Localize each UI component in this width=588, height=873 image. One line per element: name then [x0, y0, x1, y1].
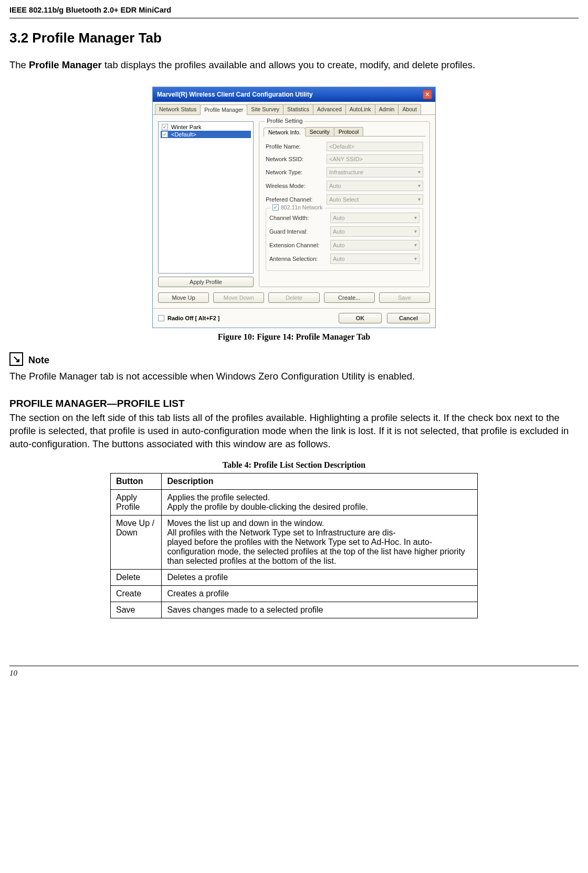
n-network-checkbox[interactable]: ✓ — [272, 204, 279, 211]
dialog-tab[interactable]: Admin — [375, 104, 399, 114]
network-ssid-label: Network SSID: — [266, 156, 323, 162]
dialog-tab[interactable]: Advanced — [313, 104, 346, 114]
profile-list[interactable]: ✓Winter Park✓<Default> — [158, 121, 254, 274]
note-label: Note — [28, 355, 49, 366]
network-ssid-field[interactable]: <ANY SSID> — [327, 154, 423, 164]
radio-off-label: Radio Off [ Alt+F2 ] — [167, 315, 220, 321]
extension-channel-label: Extension Channel: — [269, 242, 327, 248]
savebutton[interactable]: Save — [379, 292, 430, 303]
dialog-body: ✓Winter Park✓<Default> Apply Profile Pro… — [153, 115, 435, 308]
table-cell-description: Moves the list up and down in the window… — [162, 515, 478, 569]
chevron-down-icon: ▾ — [418, 169, 421, 175]
guard-interval-select[interactable]: Auto▾ — [330, 226, 419, 237]
preferred-channel-label: Prefered Channel: — [266, 196, 323, 203]
profile-setting-tab[interactable]: Security — [305, 127, 334, 136]
chevron-down-icon: ▾ — [414, 215, 417, 220]
profile-setting-tab[interactable]: Network Info. — [264, 128, 306, 136]
intro-a: The — [9, 59, 29, 70]
table-cell-button: Save — [111, 602, 162, 618]
apply-profile-button[interactable]: Apply Profile — [158, 277, 254, 287]
channel-width-label: Channel Width: — [269, 215, 327, 221]
dialog-footer: Radio Off [ Alt+F2 ] OK Cancel — [153, 308, 435, 328]
dialog-title: Marvell(R) Wireless Client Card Configur… — [157, 91, 313, 98]
table-cell-description: Creates a profile — [162, 585, 478, 602]
table-cell-description: Applies the profile selected. Apply the … — [162, 489, 478, 515]
profile-list-table: Button Description Apply ProfileApplies … — [110, 473, 478, 618]
table-header-description: Description — [162, 473, 478, 489]
create-button[interactable]: Create... — [324, 292, 375, 303]
table-row: Apply ProfileApplies the profile selecte… — [111, 489, 478, 515]
table-cell-button: Create — [111, 585, 162, 602]
page-number: 10 — [9, 669, 17, 677]
wireless-mode-select[interactable]: Auto▾ — [327, 181, 423, 191]
intro-b: tab displays the profiles available and … — [102, 59, 475, 70]
dialog-window: Marvell(R) Wireless Client Card Configur… — [152, 87, 436, 328]
table-cell-button: Move Up / Down — [111, 515, 162, 569]
checkbox-icon[interactable]: ✓ — [162, 131, 168, 138]
move-downbutton[interactable]: Move Down — [213, 292, 264, 303]
table-row: Move Up / DownMoves the list up and down… — [111, 515, 478, 569]
note-icon: ↘ — [9, 352, 23, 366]
profile-name-label: Profile Name: — [266, 143, 323, 150]
profile-setting-group: Profile Setting Network Info.SecurityPro… — [259, 121, 430, 287]
table-header-row: Button Description — [111, 473, 478, 489]
n-network-group: ✓ 802.11n Network Channel Width: Auto▾ G… — [266, 208, 423, 271]
chevron-down-icon: ▾ — [414, 242, 417, 248]
dialog-tabs: Network StatusProfile ManagerSite Survey… — [153, 102, 435, 115]
intro-bold: Profile Manager — [29, 59, 102, 70]
profile-list-subhead: PROFILE MANAGER—PROFILE LIST — [9, 398, 579, 409]
deletebutton[interactable]: Delete — [268, 292, 319, 303]
antenna-selection-select[interactable]: Auto▾ — [330, 254, 419, 264]
network-type-select[interactable]: Infrastructure▾ — [327, 167, 423, 177]
profile-list-paragraph: The section on the left side of this tab… — [9, 412, 579, 451]
section-title: 3.2 Profile Manager Tab — [9, 30, 579, 46]
table-cell-button: Delete — [111, 569, 162, 585]
profile-item-label: <Default> — [171, 131, 196, 138]
profile-name-field[interactable]: <Default> — [327, 142, 423, 151]
chevron-down-icon: ▾ — [414, 228, 417, 234]
chevron-down-icon: ▾ — [414, 256, 417, 261]
intro-paragraph: The Profile Manager tab displays the pro… — [9, 59, 579, 72]
table-cell-button: Apply Profile — [111, 489, 162, 515]
dialog-tab[interactable]: Statistics — [283, 104, 313, 114]
network-info-panel: Profile Name: <Default> Network SSID: <A… — [264, 136, 425, 273]
table-caption: Table 4: Profile List Section Descriptio… — [9, 460, 579, 470]
profile-list-item[interactable]: ✓<Default> — [161, 131, 251, 138]
move-upbutton[interactable]: Move Up — [158, 292, 209, 303]
checkbox-icon[interactable]: ✓ — [162, 124, 168, 130]
page-header: IEEE 802.11b/g Bluetooth 2.0+ EDR MiniCa… — [9, 0, 579, 18]
chevron-down-icon: ▾ — [418, 196, 421, 202]
note-text: The Profile Manager tab is not accessibl… — [9, 370, 579, 383]
dialog-tab[interactable]: AutoLink — [345, 104, 375, 114]
profile-setting-tabs: Network Info.SecurityProtocol — [264, 127, 425, 136]
table-row: SaveSaves changes made to a selected pro… — [111, 602, 478, 618]
profile-button-row: Move UpMove DownDeleteCreate...Save — [158, 292, 430, 303]
profile-item-label: Winter Park — [171, 124, 201, 130]
note-row: ↘ Note — [9, 352, 579, 366]
preferred-channel-select[interactable]: Auto Select▾ — [327, 194, 423, 205]
dialog-tab[interactable]: Site Survey — [247, 104, 284, 114]
dialog-tab[interactable]: Network Status — [155, 104, 201, 114]
cancel-button[interactable]: Cancel — [387, 313, 430, 323]
ok-button[interactable]: OK — [339, 313, 382, 323]
close-icon[interactable]: × — [423, 90, 432, 99]
radio-off-row: Radio Off [ Alt+F2 ] — [158, 315, 220, 321]
radio-off-checkbox[interactable] — [158, 315, 164, 321]
table-row: CreateCreates a profile — [111, 585, 478, 602]
figure-caption: Figure 10: Figure 14: Profile Manager Ta… — [9, 332, 579, 342]
wireless-mode-label: Wireless Mode: — [266, 183, 323, 189]
table-cell-description: Saves changes made to a selected profile — [162, 602, 478, 618]
antenna-selection-label: Antenna Selection: — [269, 256, 327, 262]
table-cell-description: Deletes a profile — [162, 569, 478, 585]
profile-setting-tab[interactable]: Protocol — [334, 127, 364, 136]
screenshot-figure: Marvell(R) Wireless Client Card Configur… — [9, 87, 579, 328]
profile-list-item[interactable]: ✓Winter Park — [161, 123, 251, 131]
dialog-tab[interactable]: About — [398, 104, 421, 114]
table-header-button: Button — [111, 473, 162, 489]
dialog-tab[interactable]: Profile Manager — [200, 104, 247, 115]
guard-interval-label: Guard Interval: — [269, 228, 327, 235]
chevron-down-icon: ▾ — [418, 183, 421, 188]
channel-width-select[interactable]: Auto▾ — [330, 213, 419, 223]
extension-channel-select[interactable]: Auto▾ — [330, 240, 419, 250]
header-text: IEEE 802.11b/g Bluetooth 2.0+ EDR MiniCa… — [9, 6, 171, 14]
